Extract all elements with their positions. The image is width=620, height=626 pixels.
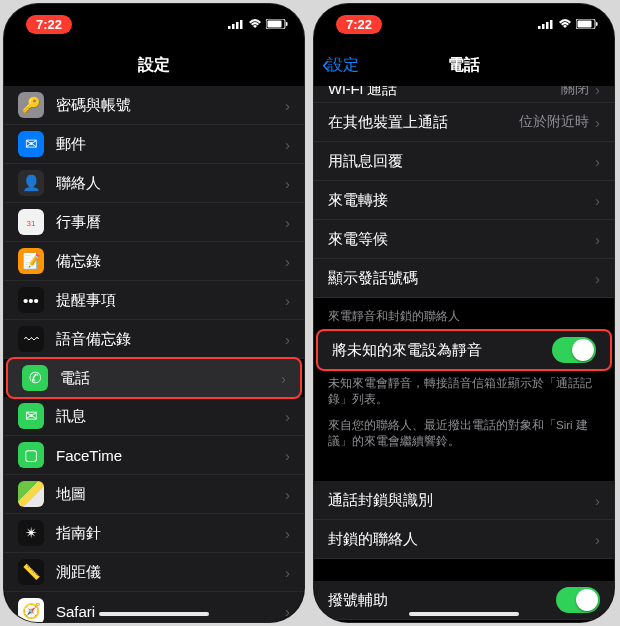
- settings-row-blockid[interactable]: 通話封鎖與識別›: [314, 481, 614, 520]
- svg-rect-3: [240, 20, 243, 29]
- section-footer: 撥號時，撥號輔助會自動決定正確的國際或區域冠碼。: [314, 620, 614, 622]
- svg-rect-1: [232, 24, 235, 29]
- toggle-silence[interactable]: [552, 337, 596, 363]
- row-label: 語音備忘錄: [56, 330, 285, 349]
- chevron-right-icon: ›: [285, 175, 290, 192]
- status-time[interactable]: 7:22: [336, 15, 382, 34]
- svg-rect-6: [286, 22, 288, 26]
- row-label: 測距儀: [56, 563, 285, 582]
- toggle-knob: [576, 589, 598, 611]
- battery-icon: [266, 17, 288, 32]
- settings-row-messages[interactable]: ✉訊息›: [4, 397, 304, 436]
- header: ‹ 設定 電話: [314, 44, 614, 86]
- row-value: 關閉: [561, 86, 589, 98]
- chevron-right-icon: ›: [595, 270, 600, 287]
- settings-row-contacts[interactable]: 👤聯絡人›: [4, 164, 304, 203]
- measure-icon: 📏: [18, 559, 44, 585]
- row-label: 地圖: [56, 485, 285, 504]
- row-label: 電話: [60, 369, 281, 388]
- settings-row-blocked[interactable]: 封鎖的聯絡人›: [314, 520, 614, 559]
- row-label: 郵件: [56, 135, 285, 154]
- settings-row-callerid[interactable]: 顯示發話號碼›: [314, 259, 614, 298]
- page-title: 電話: [448, 55, 480, 76]
- settings-row-notes[interactable]: 📝備忘錄›: [4, 242, 304, 281]
- svg-rect-5: [268, 20, 282, 27]
- chevron-right-icon: ›: [285, 97, 290, 114]
- settings-row-facetime[interactable]: ▢FaceTime›: [4, 436, 304, 475]
- settings-row-txtreply[interactable]: 用訊息回覆›: [314, 142, 614, 181]
- row-label: 將未知的來電設為靜音: [332, 341, 552, 360]
- svg-rect-0: [228, 26, 231, 29]
- toggle-knob: [572, 339, 594, 361]
- settings-row-voicememo[interactable]: 〰語音備忘錄›: [4, 320, 304, 359]
- section-header: 來電靜音和封鎖的聯絡人: [314, 298, 614, 331]
- settings-row-calendar[interactable]: 31行事曆›: [4, 203, 304, 242]
- svg-rect-8: [542, 24, 545, 29]
- passwords-icon: 🔑: [18, 92, 44, 118]
- notes-icon: 📝: [18, 248, 44, 274]
- settings-row-waiting[interactable]: 來電等候›: [314, 220, 614, 259]
- row-label: Safari: [56, 603, 285, 620]
- row-label: 行事曆: [56, 213, 285, 232]
- settings-row-passwords[interactable]: 🔑密碼與帳號›: [4, 86, 304, 125]
- svg-rect-12: [578, 20, 592, 27]
- chevron-right-icon: ›: [285, 564, 290, 581]
- row-label: Wi-Fi 通話: [328, 86, 561, 99]
- section-gap: [314, 459, 614, 481]
- settings-row-maps[interactable]: 地圖›: [4, 475, 304, 514]
- settings-row-compass[interactable]: ✴指南針›: [4, 514, 304, 553]
- back-button[interactable]: ‹ 設定: [322, 54, 359, 76]
- wifi-icon: [558, 17, 572, 32]
- phone-settings-list[interactable]: Wi-Fi 通話關閉›在其他裝置上通話位於附近時›用訊息回覆›來電轉接›來電等候…: [314, 86, 614, 622]
- settings-row-measure[interactable]: 📏測距儀›: [4, 553, 304, 592]
- home-indicator[interactable]: [99, 612, 209, 616]
- notch: [84, 4, 224, 28]
- svg-rect-7: [538, 26, 541, 29]
- chevron-right-icon: ›: [595, 531, 600, 548]
- status-time[interactable]: 7:22: [26, 15, 72, 34]
- page-title: 設定: [138, 55, 170, 76]
- chevron-right-icon: ›: [285, 136, 290, 153]
- section-footer: 未知來電會靜音，轉接語音信箱並顯示於「通話記錄」列表。: [314, 369, 614, 417]
- svg-rect-2: [236, 22, 239, 29]
- back-label: 設定: [327, 55, 359, 76]
- mail-icon: ✉: [18, 131, 44, 157]
- svg-rect-9: [546, 22, 549, 29]
- section-gap: [314, 559, 614, 581]
- messages-icon: ✉: [18, 403, 44, 429]
- settings-row-mail[interactable]: ✉郵件›: [4, 125, 304, 164]
- svg-rect-10: [550, 20, 553, 29]
- row-label: 指南針: [56, 524, 285, 543]
- home-indicator[interactable]: [409, 612, 519, 616]
- row-label: 來電轉接: [328, 191, 595, 210]
- voicememo-icon: 〰: [18, 326, 44, 352]
- settings-row-reminders[interactable]: •••提醒事項›: [4, 281, 304, 320]
- reminders-icon: •••: [18, 287, 44, 313]
- chevron-right-icon: ›: [595, 231, 600, 248]
- settings-row-safari[interactable]: 🧭Safari›: [4, 592, 304, 622]
- settings-list[interactable]: 🔑密碼與帳號›✉郵件›👤聯絡人›31行事曆›📝備忘錄›•••提醒事項›〰語音備忘…: [4, 86, 304, 622]
- chevron-right-icon: ›: [595, 114, 600, 131]
- chevron-right-icon: ›: [285, 331, 290, 348]
- maps-icon: [18, 481, 44, 507]
- calendar-icon: 31: [18, 209, 44, 235]
- signal-icon: [538, 17, 554, 32]
- safari-icon: 🧭: [18, 598, 44, 622]
- chevron-right-icon: ›: [595, 86, 600, 98]
- phone-left: 7:22 設定 🔑密碼與帳號›✉郵件›👤聯絡人›31行事曆›📝備忘錄›•••提醒…: [4, 4, 304, 622]
- settings-row-forward[interactable]: 來電轉接›: [314, 181, 614, 220]
- settings-row-silence[interactable]: 將未知的來電設為靜音: [316, 329, 612, 371]
- contacts-icon: 👤: [18, 170, 44, 196]
- row-label: 提醒事項: [56, 291, 285, 310]
- chevron-right-icon: ›: [595, 192, 600, 209]
- chevron-right-icon: ›: [285, 486, 290, 503]
- toggle-dialassist[interactable]: [556, 587, 600, 613]
- row-label: 訊息: [56, 407, 285, 426]
- chevron-right-icon: ›: [285, 408, 290, 425]
- settings-row-phone[interactable]: ✆電話›: [6, 357, 302, 399]
- row-label: 顯示發話號碼: [328, 269, 595, 288]
- settings-row-wificall[interactable]: Wi-Fi 通話關閉›: [314, 86, 614, 103]
- settings-row-otherdev[interactable]: 在其他裝置上通話位於附近時›: [314, 103, 614, 142]
- chevron-right-icon: ›: [285, 253, 290, 270]
- chevron-right-icon: ›: [285, 525, 290, 542]
